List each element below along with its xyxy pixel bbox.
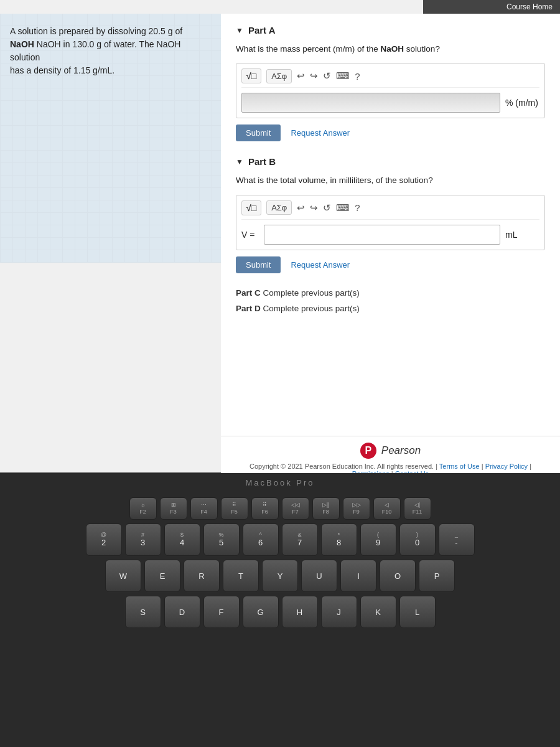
key-9[interactable]: ( 9 [360, 524, 396, 556]
problem-panel: A solution is prepared by dissolving 20.… [0, 14, 221, 263]
terms-link[interactable]: Terms of Use [439, 463, 480, 470]
key-j[interactable]: J [321, 596, 357, 628]
key-dash[interactable]: _ - [439, 524, 475, 556]
part-b-input-prefix: V = [241, 230, 259, 240]
part-d-status: Complete previous part(s) [263, 304, 360, 313]
key-f11[interactable]: ◁| F11 [404, 497, 431, 520]
key-g[interactable]: G [243, 596, 279, 628]
key-3[interactable]: # 3 [125, 524, 161, 556]
part-a-answer-box: √□ AΣφ ↩ ↪ ↺ ⌨ ? % (m/m) [236, 63, 545, 118]
key-f7[interactable]: ◁◁ F7 [282, 497, 309, 520]
part-a-keyboard-icon[interactable]: ⌨ [336, 70, 350, 82]
key-0[interactable]: ) 0 [399, 524, 436, 556]
key-f10[interactable]: ◁ F10 [373, 497, 401, 520]
main-content: ▼ Part A What is the mass percent (m/m) … [221, 14, 560, 437]
key-2[interactable]: @ 2 [86, 524, 122, 556]
key-s[interactable]: S [125, 596, 161, 628]
key-5[interactable]: % 5 [203, 524, 240, 556]
key-y[interactable]: Y [262, 560, 298, 592]
part-a-input[interactable] [241, 93, 500, 113]
key-7[interactable]: & 7 [282, 524, 318, 556]
part-b-unit: mL [505, 230, 539, 240]
key-f2[interactable]: ☼ F2 [129, 497, 157, 520]
part-b-chevron-icon: ▼ [236, 157, 243, 166]
key-r[interactable]: R [184, 560, 220, 592]
part-b-undo-icon[interactable]: ↩ [297, 202, 305, 214]
part-a-submit-btn[interactable]: Submit [236, 125, 281, 141]
part-b-request-answer-link[interactable]: Request Answer [291, 260, 350, 270]
key-p[interactable]: P [419, 560, 455, 592]
key-e[interactable]: E [144, 560, 180, 592]
screen: Course Home A solution is prepared by di… [0, 0, 560, 473]
part-b-help-icon[interactable]: ? [355, 202, 360, 213]
part-c-section: Part C Complete previous part(s) [236, 288, 545, 298]
part-a-refresh-icon[interactable]: ↺ [323, 70, 331, 82]
part-a-action-row: Submit Request Answer [236, 125, 545, 141]
part-b-action-row: Submit Request Answer [236, 256, 545, 273]
part-b-answer-box: √□ AΣφ ↩ ↪ ↺ ⌨ ? V = mL [236, 195, 545, 250]
part-a-toolbar: √□ AΣφ ↩ ↪ ↺ ⌨ ? [241, 68, 539, 88]
key-o[interactable]: O [380, 560, 416, 592]
part-b-input[interactable] [264, 225, 500, 245]
part-c-label: Part C [236, 288, 261, 298]
part-b-question: What is the total volume, in milliliters… [236, 174, 545, 187]
part-b-header: ▼ Part B [236, 156, 545, 167]
part-a-input-row: % (m/m) [241, 93, 539, 113]
key-d[interactable]: D [164, 596, 200, 628]
part-a-header: ▼ Part A [236, 25, 545, 35]
keyboard: ☼ F2 ⊞ F3 ⋯ F4 ⠿ F5 ⠿ F6 ◁◁ F7 [0, 490, 560, 639]
key-t[interactable]: T [223, 560, 259, 592]
keyboard-area: MacBook Pro ☼ F2 ⊞ F3 ⋯ F4 ⠿ F5 ⠿ F6 [0, 473, 560, 747]
part-a-unit: % (m/m) [505, 98, 539, 108]
key-u[interactable]: U [301, 560, 337, 592]
privacy-link[interactable]: Privacy Policy [485, 463, 528, 470]
part-a-title: Part A [248, 25, 276, 35]
part-b-title: Part B [248, 156, 276, 167]
part-a-request-answer-link[interactable]: Request Answer [291, 128, 350, 138]
key-4[interactable]: $ 4 [164, 524, 200, 556]
key-f6[interactable]: ⠿ F6 [251, 497, 279, 520]
part-b-ase-btn[interactable]: AΣφ [266, 200, 292, 215]
key-f[interactable]: F [203, 596, 240, 628]
key-f4[interactable]: ⋯ F4 [190, 497, 218, 520]
key-w[interactable]: W [105, 560, 141, 592]
part-a-chevron-icon: ▼ [236, 26, 243, 35]
part-a-undo-icon[interactable]: ↩ [297, 70, 305, 82]
part-b-sqrt-btn[interactable]: √□ [241, 200, 261, 215]
part-a-section: ▼ Part A What is the mass percent (m/m) … [236, 25, 545, 141]
course-home-bar: Course Home [423, 0, 560, 14]
key-8[interactable]: * 8 [321, 524, 357, 556]
course-home-label[interactable]: Course Home [506, 2, 553, 11]
part-d-label: Part D [236, 304, 261, 313]
fn-key-row: ☼ F2 ⊞ F3 ⋯ F4 ⠿ F5 ⠿ F6 ◁◁ F7 [12, 497, 548, 520]
part-b-submit-btn[interactable]: Submit [236, 256, 281, 273]
part-a-ase-btn[interactable]: AΣφ [266, 69, 292, 83]
pearson-name: Pearson [381, 444, 421, 457]
key-h[interactable]: H [282, 596, 318, 628]
key-f5[interactable]: ⠿ F5 [221, 497, 248, 520]
letter-row-1: W E R T Y U I O P [12, 560, 548, 592]
part-b-refresh-icon[interactable]: ↺ [323, 202, 331, 214]
letter-row-2: S D F G H J K L [12, 596, 548, 628]
part-b-section: ▼ Part B What is the total volume, in mi… [236, 156, 545, 273]
part-a-help-icon[interactable]: ? [355, 71, 360, 82]
key-6[interactable]: ^ 6 [243, 524, 279, 556]
part-b-input-row: V = mL [241, 225, 539, 245]
key-f8[interactable]: ▷|| F8 [312, 497, 340, 520]
key-i[interactable]: I [340, 560, 376, 592]
part-b-toolbar: √□ AΣφ ↩ ↪ ↺ ⌨ ? [241, 200, 539, 220]
part-d-section: Part D Complete previous part(s) [236, 304, 545, 313]
key-k[interactable]: K [360, 596, 396, 628]
part-a-question: What is the mass percent (m/m) of the Na… [236, 43, 545, 55]
pearson-p-icon: P [360, 443, 376, 459]
part-a-sqrt-btn[interactable]: √□ [241, 68, 261, 83]
part-b-redo-icon[interactable]: ↪ [310, 202, 318, 214]
part-a-redo-icon[interactable]: ↪ [310, 70, 318, 82]
macbook-label: MacBook Pro [0, 473, 560, 487]
part-c-status: Complete previous part(s) [263, 288, 360, 298]
number-row: @ 2 # 3 $ 4 % 5 ^ 6 & 7 [12, 524, 548, 556]
key-l[interactable]: L [399, 596, 436, 628]
key-f9[interactable]: ▷▷ F9 [343, 497, 370, 520]
key-f3[interactable]: ⊞ F3 [160, 497, 187, 520]
part-b-keyboard-icon[interactable]: ⌨ [336, 202, 350, 214]
